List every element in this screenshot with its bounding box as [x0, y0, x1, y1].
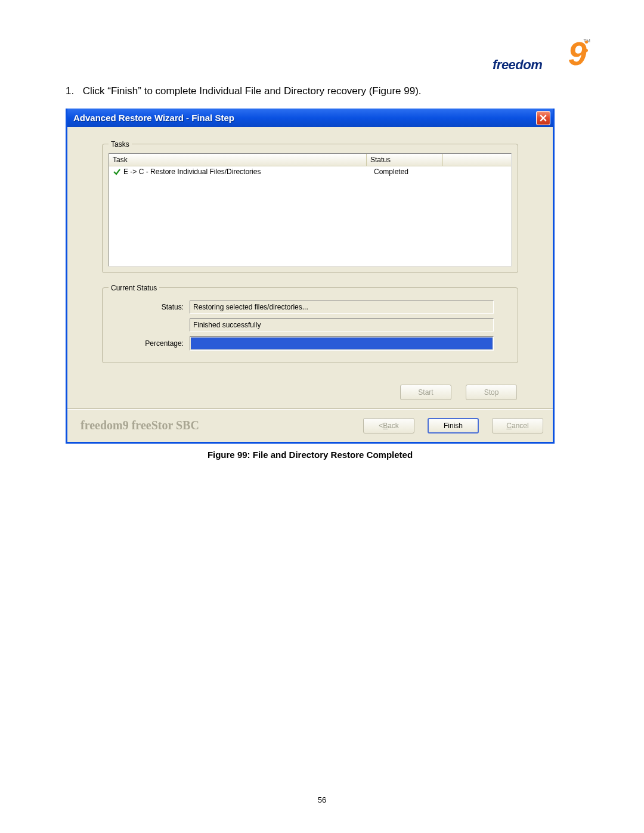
- current-status-group: Current Status Status: Restoring selecte…: [102, 284, 518, 363]
- column-header-extra[interactable]: [443, 154, 511, 166]
- window-title: Advanced Restore Wizard - Final Step: [73, 113, 536, 123]
- finish-button[interactable]: Finish: [428, 418, 479, 433]
- close-icon: [540, 114, 547, 122]
- instruction-line: 1. Click “Finish” to complete Individual…: [66, 83, 590, 99]
- status-label: Status:: [112, 303, 190, 311]
- brand-logo: TM 9 freedom: [495, 37, 584, 79]
- close-button[interactable]: [536, 111, 550, 125]
- column-header-task[interactable]: Task: [109, 154, 367, 166]
- status-line-1: Restoring selected files/directories...: [190, 301, 494, 314]
- tasks-legend: Tasks: [109, 140, 132, 148]
- start-button: Start: [400, 385, 451, 400]
- tasks-header-row: Task Status: [109, 154, 511, 166]
- task-status: Completed: [370, 168, 447, 176]
- stop-button: Stop: [466, 385, 517, 400]
- logo-dots-icon: [580, 39, 588, 53]
- progress-fill: [191, 337, 493, 349]
- status-line-2: Finished successfully: [190, 318, 494, 332]
- figure-caption: Figure 99: File and Directory Restore Co…: [66, 450, 555, 460]
- progress-bar: [190, 336, 494, 351]
- percentage-label: Percentage:: [112, 339, 190, 348]
- titlebar[interactable]: Advanced Restore Wizard - Final Step: [67, 109, 553, 127]
- column-header-status[interactable]: Status: [367, 154, 443, 166]
- logo-text: freedom: [493, 57, 542, 73]
- task-text: E -> C - Restore Individual Files/Direct…: [123, 168, 261, 176]
- tasks-listview[interactable]: Task Status E -> C - Restore Individual …: [109, 153, 512, 267]
- tasks-group: Tasks Task Status E -> C - Restore Indiv…: [102, 140, 518, 273]
- product-brand-text: freedom9 freeStor SBC: [80, 419, 363, 432]
- instruction-number: 1.: [66, 83, 80, 99]
- current-status-legend: Current Status: [109, 284, 159, 292]
- page-number: 56: [0, 795, 644, 804]
- back-button: < Back: [363, 418, 414, 433]
- wizard-window: Advanced Restore Wizard - Final Step Tas…: [66, 109, 555, 444]
- table-row[interactable]: E -> C - Restore Individual Files/Direct…: [109, 166, 511, 177]
- cancel-button: Cancel: [492, 418, 543, 433]
- check-icon: [113, 168, 121, 176]
- instruction-text: Click “Finish” to complete Individual Fi…: [83, 85, 422, 97]
